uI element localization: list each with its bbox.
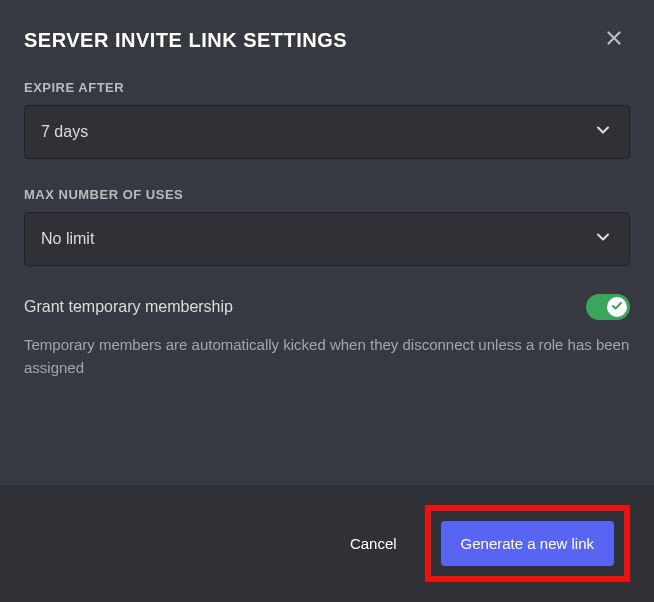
temp-membership-field: Grant temporary membership Temporary mem… — [24, 294, 630, 379]
modal-header: SERVER INVITE LINK SETTINGS — [0, 0, 654, 56]
max-uses-value: No limit — [41, 230, 94, 248]
chevron-down-icon — [593, 227, 613, 251]
max-uses-field: MAX NUMBER OF USES No limit — [24, 187, 630, 266]
cancel-button[interactable]: Cancel — [342, 525, 405, 562]
toggle-knob — [607, 297, 627, 317]
expire-after-value: 7 days — [41, 123, 88, 141]
temp-membership-label: Grant temporary membership — [24, 298, 233, 316]
expire-after-select[interactable]: 7 days — [24, 105, 630, 159]
modal-title: SERVER INVITE LINK SETTINGS — [24, 29, 347, 52]
chevron-down-icon — [593, 120, 613, 144]
modal-body: EXPIRE AFTER 7 days MAX NUMBER OF USES N… — [0, 56, 654, 485]
invite-settings-modal: SERVER INVITE LINK SETTINGS EXPIRE AFTER… — [0, 0, 654, 602]
check-icon — [611, 298, 623, 316]
close-icon — [603, 24, 625, 56]
max-uses-select[interactable]: No limit — [24, 212, 630, 266]
expire-after-label: EXPIRE AFTER — [24, 80, 630, 95]
close-button[interactable] — [598, 24, 630, 56]
expire-after-field: EXPIRE AFTER 7 days — [24, 80, 630, 159]
temp-membership-helper: Temporary members are automatically kick… — [24, 334, 630, 379]
temp-membership-toggle[interactable] — [586, 294, 630, 320]
modal-footer: Cancel Generate a new link — [0, 485, 654, 602]
generate-link-button[interactable]: Generate a new link — [441, 521, 614, 566]
max-uses-label: MAX NUMBER OF USES — [24, 187, 630, 202]
highlight-box: Generate a new link — [425, 505, 630, 582]
temp-membership-row: Grant temporary membership — [24, 294, 630, 320]
